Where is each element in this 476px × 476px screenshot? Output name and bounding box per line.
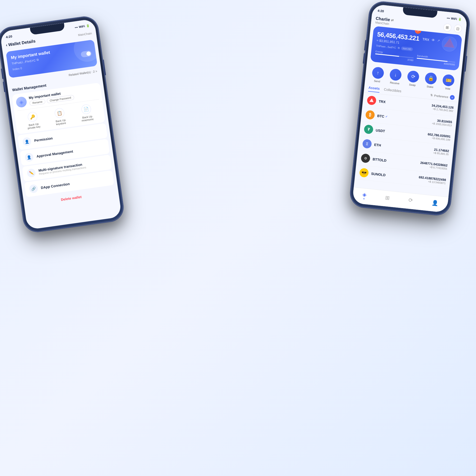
dapp-icon: 🔗 xyxy=(29,184,38,194)
tab-assets[interactable]: Assets xyxy=(368,85,380,93)
nav-collectibles[interactable]: ⊞ xyxy=(385,194,390,201)
sun-name: SUNOLD xyxy=(371,172,386,177)
wifi-icon: WiFi xyxy=(79,25,85,29)
nav-profile[interactable]: 👤 xyxy=(431,199,438,206)
battery-icon-right: 🔋 xyxy=(458,17,462,21)
history-nav-icon: ⟳ xyxy=(408,197,413,204)
sun-icon: 😎 xyxy=(359,168,369,178)
signal-icon-right: ▪▪▪ xyxy=(447,16,450,20)
signal-icon: ▪▪▪ xyxy=(75,26,78,29)
status-icons-right: ▪▪▪ WiFi 🔋 xyxy=(447,16,462,21)
multisig-icon: ✏️ xyxy=(26,168,36,178)
svg-marker-2 xyxy=(369,98,374,102)
header-actions: ⊞ ⊡ xyxy=(443,23,462,33)
trx-icon xyxy=(367,95,377,105)
send-icon: ↑ xyxy=(372,66,384,79)
non-hd-badge: Non-HD xyxy=(401,46,413,51)
bandwidth-stat: Bandwidth 4000/5000 xyxy=(416,54,455,66)
swap-icon: ⟳ xyxy=(407,70,419,83)
send-action[interactable]: ↑ Send xyxy=(371,66,384,83)
permission-label: Permission xyxy=(34,136,53,143)
toggle-switch[interactable] xyxy=(81,50,92,57)
btt-values: 2648771.04328662 ≈$ 6.77419355 xyxy=(420,161,447,170)
swap-action[interactable]: ⟳ Swap xyxy=(406,70,420,87)
backup-keystore-label: Back Upkeystore xyxy=(56,118,66,126)
left-screen: 4:20 ▪▪▪ WiFi 🔋 ‹ Wallet Details MainCha… xyxy=(0,19,122,230)
qr-button[interactable]: ⊡ xyxy=(454,24,462,33)
usdt-values: 602,786.035091 ≈$ 606,000.199 xyxy=(427,132,451,141)
backup-mnemonic-label: Back Upmnemonic xyxy=(81,115,94,122)
receive-icon: ↓ xyxy=(389,68,402,81)
btc-verified-icon: ✓ xyxy=(385,115,387,118)
scan-button[interactable]: ⊞ xyxy=(443,23,452,32)
wallet-avatar: ◈ xyxy=(15,96,27,108)
avatar-icon: ◈ xyxy=(19,99,24,106)
stake-icon: 🔒 xyxy=(424,72,437,85)
approval-label: Approval Management xyxy=(36,149,73,158)
eth-icon: Ξ xyxy=(362,139,372,149)
backup-mnemonic[interactable]: 📄 Back Upmnemonic xyxy=(80,104,94,122)
rename-button[interactable]: Rename xyxy=(29,99,46,106)
backup-private-key[interactable]: 🔑 Back Upprivate key xyxy=(26,111,41,130)
volume-down-button[interactable] xyxy=(3,81,6,92)
vote-label: Vote xyxy=(445,87,450,90)
status-time-right: 4:20 xyxy=(377,9,384,13)
tab-right: ⇅ Preference + xyxy=(430,93,455,100)
left-phone: 4:20 ▪▪▪ WiFi 🔋 ‹ Wallet Details MainCha… xyxy=(0,15,125,233)
right-phone: 4:20 ▪▪▪ WiFi 🔋 Charlie ⇄ MainChain ⊞ ⊡ xyxy=(349,1,470,216)
btc-icon: ₿ xyxy=(365,110,375,120)
backup-key-label: Back Upprivate key xyxy=(27,122,41,130)
nav-assets[interactable]: ◈ xyxy=(362,191,367,199)
btt-icon: ⊙ xyxy=(361,153,370,163)
assets-nav-icon: ◈ xyxy=(362,191,367,198)
stake-label: Stake xyxy=(427,85,434,89)
right-volume-down[interactable] xyxy=(363,53,365,64)
power-button[interactable] xyxy=(103,59,106,75)
expand-icon[interactable]: ↗ xyxy=(437,39,440,43)
balance-currency: TRX xyxy=(422,37,429,42)
receive-action[interactable]: ↓ Receive xyxy=(389,68,402,85)
preference-icon: ⇅ xyxy=(430,93,433,97)
backup-key-icon: 🔑 xyxy=(27,111,38,122)
energy-stat: Energy 37/60 xyxy=(375,50,414,62)
copy-icon[interactable]: ⧉ xyxy=(36,58,39,62)
status-icons-left: ▪▪▪ WiFi 🔋 xyxy=(75,24,90,29)
eth-values: 21.174682 ≈$ 85,885.35 xyxy=(433,148,449,156)
approval-icon: 👤 xyxy=(24,153,34,162)
btc-values: 30.810455 ≈$ 1555,934.813 xyxy=(432,118,452,127)
add-token-icon[interactable]: + xyxy=(450,95,455,100)
trx-name: TRX xyxy=(378,99,386,104)
switch-icon[interactable]: ⇄ xyxy=(391,18,394,22)
backup-keystore[interactable]: 📋 Back Upkeystore xyxy=(54,108,66,126)
nav-history[interactable]: ⟳ xyxy=(408,197,413,204)
eth-name: ETH xyxy=(374,143,381,147)
usdt-name: USDT xyxy=(376,128,385,133)
asset-list: TRX 34,234,453.126 ≈$ 2,760,842.982 ₿ BT… xyxy=(355,92,459,189)
permission-icon: 👤 xyxy=(22,137,32,146)
dapp-label: DApp Connection xyxy=(41,182,70,190)
addr-copy-icon[interactable]: ⧉ xyxy=(397,46,400,50)
vote-action[interactable]: 🎫 Vote xyxy=(442,74,455,91)
receive-label: Receive xyxy=(390,81,400,85)
volume-up-button[interactable] xyxy=(1,68,4,79)
backup-mnemonic-icon: 📄 xyxy=(81,104,92,115)
backup-keystore-icon: 📋 xyxy=(54,108,65,118)
profile-nav-icon: 👤 xyxy=(431,199,438,206)
vote-icon: 🎫 xyxy=(442,74,455,87)
status-time-left: 4:20 xyxy=(6,34,12,39)
preference-label[interactable]: Preference xyxy=(434,94,448,99)
right-screen: 4:20 ▪▪▪ WiFi 🔋 Charlie ⇄ MainChain ⊞ ⊡ xyxy=(352,4,468,213)
bottom-nav: ◈ ⊞ ⟳ 👤 xyxy=(352,187,448,213)
right-volume-up[interactable] xyxy=(364,40,367,51)
right-power-button[interactable] xyxy=(464,56,467,72)
battery-icon: 🔋 xyxy=(86,24,90,28)
tab-collectibles[interactable]: Collectibles xyxy=(383,87,401,95)
btt-name: BTTOLD xyxy=(372,157,387,162)
visibility-icon[interactable]: 👁 xyxy=(431,38,436,42)
btc-name: BTC ✓ xyxy=(377,114,388,119)
stake-action[interactable]: 🔒 Stake xyxy=(424,72,437,89)
collectibles-nav-icon: ⊞ xyxy=(385,194,390,201)
send-label: Send xyxy=(374,79,380,83)
chain-label: MainChain xyxy=(78,31,92,36)
wifi-icon-right: WiFi xyxy=(451,17,457,20)
